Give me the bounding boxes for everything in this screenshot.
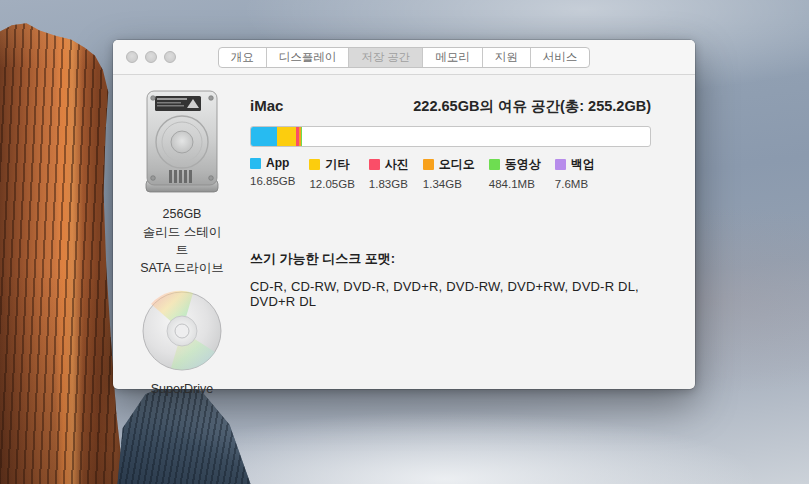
legend-swatch-app (250, 158, 261, 169)
legend-label: 동영상 (505, 156, 541, 173)
legend-item-audio: 오디오 1.34GB (423, 156, 475, 190)
legend-value: 1.34GB (423, 178, 475, 190)
tab-support[interactable]: 지원 (482, 48, 530, 67)
legend-swatch-movies (489, 159, 500, 170)
legend-value: 16.85GB (250, 175, 295, 187)
legend-label: 오디오 (439, 156, 475, 173)
legend-label: App (266, 156, 289, 170)
storage-usage-bar (250, 126, 651, 147)
writable-formats-title: 쓰기 가능한 디스크 포맷: (250, 250, 651, 268)
zoom-button[interactable] (164, 51, 176, 63)
drive-bus: SATA 드라이브 (137, 259, 227, 277)
internal-drive-label: 256GB 솔리드 스테이트 SATA 드라이브 (137, 205, 227, 277)
device-name: iMac (250, 97, 283, 114)
legend-item-backups: 백업 7.6MB (555, 156, 595, 190)
tab-service[interactable]: 서비스 (530, 48, 590, 67)
storage-details: iMac 222.65GB의 여유 공간(총: 255.2GB) App 16.… (250, 75, 651, 309)
legend-swatch-backups (555, 159, 566, 170)
storage-segment-app (251, 127, 277, 146)
tab-storage[interactable]: 저장 공간 (348, 48, 422, 67)
legend-value: 12.05GB (309, 178, 354, 190)
superdrive: SuperDrive (132, 290, 232, 396)
storage-header: iMac 222.65GB의 여유 공간(총: 255.2GB) (250, 97, 651, 116)
window-titlebar: 개요 디스플레이 저장 공간 메모리 지원 서비스 (113, 40, 695, 75)
legend-item-other: 기타 12.05GB (309, 156, 354, 190)
legend-value: 484.1MB (489, 178, 541, 190)
about-this-mac-window: 개요 디스플레이 저장 공간 메모리 지원 서비스 (113, 40, 695, 389)
tab-memory[interactable]: 메모리 (422, 48, 482, 67)
legend-item-movies: 동영상 484.1MB (489, 156, 541, 190)
legend-value: 7.6MB (555, 178, 595, 190)
superdrive-label: SuperDrive (132, 382, 232, 396)
storage-segment-other (277, 127, 296, 146)
close-button[interactable] (126, 51, 138, 63)
legend-item-photos: 사진 1.83GB (369, 156, 409, 190)
tab-bar: 개요 디스플레이 저장 공간 메모리 지원 서비스 (218, 47, 591, 68)
drive-type: 솔리드 스테이트 (137, 223, 227, 259)
legend-swatch-audio (423, 159, 434, 170)
tab-displays[interactable]: 디스플레이 (266, 48, 349, 67)
superdrive-disc-icon (141, 290, 223, 372)
free-space-text: 222.65GB의 여유 공간(총: 255.2GB) (413, 97, 651, 116)
storage-segment-movies (301, 127, 302, 146)
legend-value: 1.83GB (369, 178, 409, 190)
storage-pane: 256GB 솔리드 스테이트 SATA 드라이브 (113, 75, 695, 388)
legend-label: 사진 (385, 156, 409, 173)
drive-size: 256GB (137, 205, 227, 223)
internal-drive: 256GB 솔리드 스테이트 SATA 드라이브 (137, 90, 227, 277)
legend-label: 기타 (325, 156, 349, 173)
storage-legend: App 16.85GB 기타 12.05GB 사진 1.83GB 오디오 (250, 156, 651, 190)
traffic-lights (126, 40, 176, 74)
legend-label: 백업 (571, 156, 595, 173)
legend-swatch-photos (369, 159, 380, 170)
legend-item-app: App 16.85GB (250, 156, 295, 190)
tab-overview[interactable]: 개요 (219, 48, 266, 67)
hard-drive-icon (143, 90, 221, 194)
minimize-button[interactable] (145, 51, 157, 63)
writable-formats-list: CD-R, CD-RW, DVD-R, DVD+R, DVD-RW, DVD+R… (250, 279, 651, 309)
legend-swatch-other (309, 159, 320, 170)
